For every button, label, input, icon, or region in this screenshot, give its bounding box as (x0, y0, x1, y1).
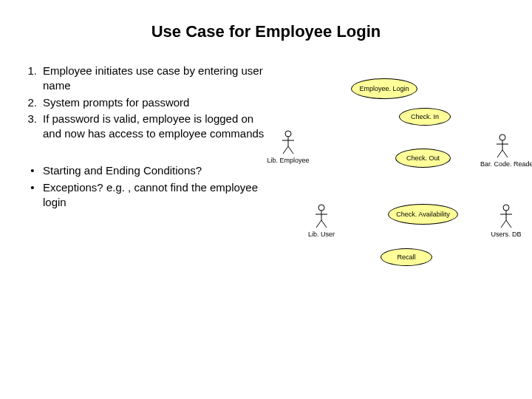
svg-line-14 (502, 150, 508, 157)
bullet-list: • Starting and Ending Conditions? • Exce… (22, 163, 266, 210)
actor-users-db: Users. DB (484, 204, 528, 238)
stick-figure-icon (314, 204, 329, 229)
svg-line-19 (506, 220, 511, 228)
svg-point-10 (499, 134, 505, 140)
bullet-row: • Exceptions? e.g. , cannot find the emp… (22, 180, 266, 211)
step-row: 1. Employee initiates use case by enteri… (22, 64, 266, 94)
step-text: System prompts for password (43, 95, 266, 110)
stick-figure-icon (495, 134, 510, 159)
step-row: 3. If password is valid, employee is log… (22, 112, 266, 142)
main-content: 1. Employee initiates use case by enteri… (0, 41, 532, 211)
usecase-check-availability: Check. Availability (388, 204, 458, 225)
svg-line-8 (316, 220, 321, 228)
usecase-diagram: Lib. Employee Lib. User Bar. Code. Reade… (266, 64, 517, 211)
actor-barcode-reader: Bar. Code. Reader (480, 134, 525, 168)
svg-point-0 (285, 131, 291, 137)
actor-lib-employee: Lib. Employee (266, 130, 310, 164)
svg-point-15 (503, 205, 509, 211)
svg-line-13 (497, 150, 502, 157)
svg-line-4 (288, 146, 293, 154)
numbered-steps: 1. Employee initiates use case by enteri… (22, 64, 266, 141)
usecase-employee-login: Employee. Login (351, 78, 417, 99)
svg-point-5 (318, 205, 324, 211)
usecase-check-out: Check. Out (395, 149, 451, 168)
svg-line-9 (321, 220, 327, 228)
actor-label: Users. DB (484, 231, 528, 238)
bullet-mark: • (22, 180, 43, 211)
page-title: Use Case for Employee Login (0, 0, 532, 41)
usecase-check-in: Check. In (399, 108, 451, 126)
svg-line-18 (501, 220, 506, 228)
actor-label: Lib. User (299, 231, 344, 238)
actor-label: Bar. Code. Reader (480, 160, 525, 168)
step-number: 1. (22, 64, 43, 94)
step-number: 3. (22, 112, 43, 142)
bullet-row: • Starting and Ending Conditions? (22, 163, 266, 178)
step-number: 2. (22, 95, 43, 110)
usecase-recall: Recall (381, 248, 432, 266)
stick-figure-icon (281, 130, 296, 155)
text-column: 1. Employee initiates use case by enteri… (22, 64, 266, 211)
bullet-text: Exceptions? e.g. , cannot find the emplo… (43, 180, 266, 211)
bullet-text: Starting and Ending Conditions? (43, 163, 266, 178)
svg-line-3 (283, 146, 288, 154)
stick-figure-icon (499, 204, 514, 229)
bullet-mark: • (22, 163, 43, 178)
step-row: 2. System prompts for password (22, 95, 266, 110)
step-text: Employee initiates use case by entering … (43, 64, 266, 94)
step-text: If password is valid, employee is logged… (43, 112, 266, 142)
actor-lib-user: Lib. User (299, 204, 344, 238)
actor-label: Lib. Employee (266, 157, 310, 164)
